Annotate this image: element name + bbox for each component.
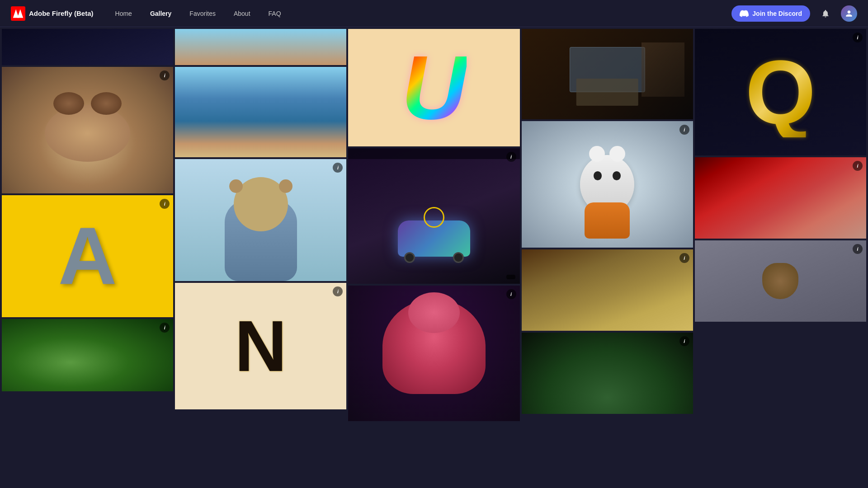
- discord-icon: [740, 9, 749, 18]
- gallery-col-0: i i A i: [2, 29, 173, 391]
- info-button[interactable]: i: [853, 33, 863, 42]
- tile-partial-coast[interactable]: [175, 29, 346, 65]
- tile-beach[interactable]: [175, 67, 346, 157]
- letter-u-display: U: [401, 42, 467, 133]
- info-button[interactable]: i: [853, 161, 863, 171]
- tile-hedgehog[interactable]: i: [695, 240, 866, 322]
- discord-button[interactable]: Join the Discord: [731, 5, 810, 22]
- try-prompt-button[interactable]: [506, 275, 515, 279]
- gallery-col-4: i Q i i: [695, 29, 866, 322]
- tile-u-letter[interactable]: U: [348, 29, 519, 146]
- notifications-button[interactable]: [817, 5, 834, 22]
- user-avatar[interactable]: [841, 5, 857, 22]
- tile-red-abstract[interactable]: i: [695, 157, 866, 239]
- tile-jungle[interactable]: i: [2, 319, 173, 391]
- tile-bear[interactable]: i: [175, 159, 346, 281]
- tile-man-room[interactable]: [522, 29, 693, 119]
- info-button[interactable]: i: [679, 253, 689, 263]
- prompt-text: [348, 148, 519, 159]
- nav-gallery[interactable]: Gallery: [143, 6, 179, 21]
- letter-a-display: A: [58, 216, 117, 297]
- nav-faq[interactable]: FAQ: [261, 6, 288, 21]
- info-button[interactable]: i: [333, 286, 343, 296]
- info-button[interactable]: i: [679, 336, 689, 346]
- navbar: Adobe Firefly (Beta) Home Gallery Favori…: [0, 0, 868, 27]
- info-button[interactable]: i: [506, 152, 516, 162]
- tile-mouse[interactable]: i: [522, 121, 693, 248]
- letter-n-display: N: [235, 310, 287, 382]
- brand-title: Adobe Firefly (Beta): [29, 9, 94, 17]
- letter-q-display: Q: [745, 47, 816, 137]
- tile-car-plastic[interactable]: i: [348, 148, 519, 284]
- cursor-indicator: [424, 207, 444, 228]
- tile-dog[interactable]: i: [2, 67, 173, 193]
- info-button[interactable]: i: [333, 163, 343, 173]
- nav-favorites[interactable]: Favorites: [182, 6, 223, 21]
- tile-partial-dark[interactable]: [2, 29, 173, 65]
- gallery-col-3: i i i: [522, 29, 693, 414]
- info-button[interactable]: i: [853, 244, 863, 254]
- info-button[interactable]: i: [160, 199, 170, 209]
- tile-q-letter[interactable]: i Q: [695, 29, 866, 155]
- tile-forest-house[interactable]: i: [522, 333, 693, 414]
- avatar-icon: [844, 9, 854, 18]
- info-button[interactable]: i: [679, 125, 689, 135]
- tile-a-letter[interactable]: i A: [2, 195, 173, 317]
- gallery-col-1: i i N: [175, 29, 346, 409]
- info-button[interactable]: i: [506, 289, 516, 299]
- bell-icon: [821, 9, 830, 18]
- nav-logo[interactable]: Adobe Firefly (Beta): [11, 6, 94, 21]
- nav-about[interactable]: About: [226, 6, 258, 21]
- tile-landscape[interactable]: i: [522, 249, 693, 331]
- gallery-col-2: U i i: [348, 29, 519, 421]
- tile-flamingo[interactable]: i: [348, 286, 519, 421]
- nav-right: Join the Discord: [731, 5, 857, 22]
- nav-links: Home Gallery Favorites About FAQ: [108, 6, 732, 21]
- discord-label: Join the Discord: [752, 10, 802, 17]
- gallery-grid: i i A i i: [0, 0, 868, 423]
- svg-rect-0: [11, 6, 25, 21]
- tile-n-letter[interactable]: i N: [175, 283, 346, 409]
- adobe-logo-icon: [11, 6, 25, 21]
- nav-home[interactable]: Home: [108, 6, 139, 21]
